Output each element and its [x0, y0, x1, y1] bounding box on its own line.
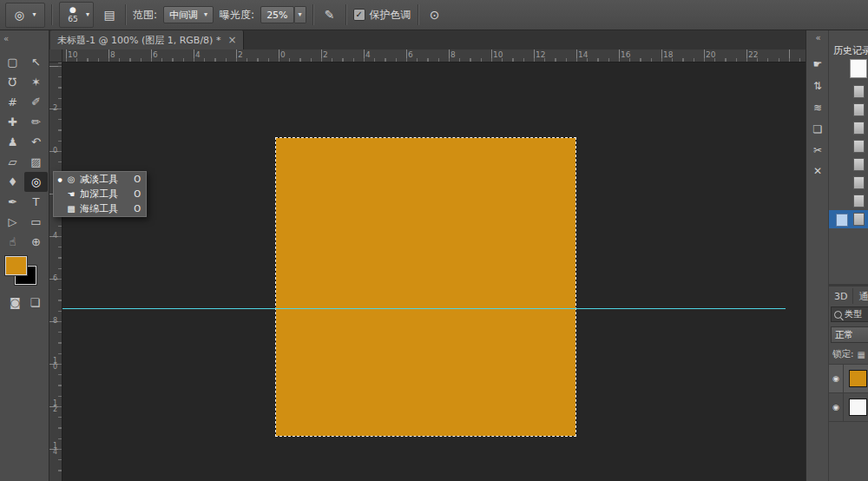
brush-panel-icon: ▤ — [103, 8, 115, 22]
protect-tones-checkbox[interactable]: ✓ 保护色调 — [353, 8, 411, 23]
ruler-number: 14 — [578, 51, 588, 59]
pen-tool[interactable]: ✒ — [1, 192, 24, 212]
brush-preset-picker[interactable]: ● 65 ▾ — [59, 2, 94, 28]
divider — [125, 4, 127, 25]
menu-item-shortcut: O — [134, 175, 142, 184]
blur-icon: ♦ — [8, 175, 18, 188]
history-state-row[interactable] — [829, 82, 868, 101]
ruler-number: 8 — [450, 51, 456, 59]
lock-transparency-icon[interactable]: ▦ — [858, 350, 865, 359]
lasso-tool[interactable]: ℧ — [1, 72, 24, 92]
gradient-icon: ▨ — [30, 155, 41, 168]
chevron-down-icon: ▾ — [86, 11, 89, 18]
brush-tool[interactable]: ✏ — [24, 112, 48, 132]
zoom-tool[interactable]: ⊕ — [24, 232, 48, 252]
healing-brush-icon: ✚ — [8, 115, 17, 128]
panel-divider — [829, 284, 868, 287]
canvas-area: 10 8 6 4 2 0 2 4 6 8 10 12 14 16 18 20 2… — [49, 49, 806, 481]
eyedropper-tool[interactable]: ✐ — [24, 92, 48, 112]
history-state-row[interactable] — [829, 137, 868, 155]
selected-orange-region[interactable] — [276, 138, 575, 436]
crop-tool[interactable]: # — [1, 92, 24, 112]
eraser-tool[interactable]: ▱ — [1, 152, 24, 172]
close-tab-icon[interactable]: × — [227, 34, 236, 46]
blur-tool[interactable]: ♦ — [1, 172, 24, 192]
rectangular-marquee-icon: ▢ — [7, 56, 17, 69]
layer-row-background[interactable]: ◉ — [829, 393, 868, 422]
ruler-number: 4 — [365, 51, 371, 59]
history-state-row[interactable] — [829, 101, 868, 119]
ruler-number: 18 — [663, 51, 673, 59]
horizontal-ruler[interactable]: 10 8 6 4 2 0 2 4 6 8 10 12 14 16 18 20 2… — [62, 49, 806, 63]
brush-tip-icon: ● — [69, 6, 76, 14]
hand-panel-icon[interactable]: ☛ — [806, 55, 829, 74]
history-state-icon — [853, 213, 865, 226]
path-selection-tool[interactable]: ▷ — [1, 212, 24, 232]
history-snapshot-thumbnail[interactable] — [850, 59, 867, 78]
pressure-toggle-button[interactable]: ⊙ — [425, 5, 444, 24]
quick-mask-button[interactable]: ◙ — [10, 296, 21, 309]
tab-3d[interactable]: 3D — [829, 288, 853, 304]
ruler-number: 20 — [706, 51, 715, 59]
tab-channels[interactable]: 通道 — [853, 288, 868, 304]
ruler-number: 6 — [153, 51, 158, 59]
document-viewport[interactable] — [62, 63, 806, 481]
ruler-number: 10 — [52, 358, 58, 370]
ruler-corner[interactable] — [49, 49, 62, 63]
history-state-row-selected[interactable] — [829, 210, 868, 228]
ruler-number: 12 — [536, 51, 545, 59]
background-thumbnail[interactable] — [849, 399, 867, 416]
ruler-number: 0 — [52, 148, 58, 154]
collapse-tools-button[interactable]: « — [3, 34, 8, 43]
toggle-brush-panel-button[interactable]: ▤ — [100, 5, 119, 24]
rectangular-marquee-tool[interactable]: ▢ — [1, 52, 24, 72]
type-tool[interactable]: T — [24, 192, 48, 212]
visibility-toggle[interactable]: ◉ — [829, 365, 844, 392]
visibility-toggle[interactable]: ◉ — [829, 393, 844, 421]
magic-wand-tool[interactable]: ✶ — [24, 72, 48, 92]
layer1-thumbnail[interactable] — [849, 370, 867, 387]
range-select[interactable]: 中间调 ▾ — [163, 6, 214, 23]
history-brush-icon: ↶ — [31, 135, 41, 148]
dodge-tool[interactable]: ◎ — [24, 172, 48, 192]
lock-options-row: 锁定: ▦ — [832, 347, 868, 361]
screen-mode-button[interactable]: ❏ — [30, 296, 40, 309]
arrows-panel-icon[interactable]: ⇅ — [806, 76, 829, 96]
healing-brush-tool[interactable]: ✚ — [1, 112, 24, 132]
layer-filter-select[interactable]: 类型 — [831, 306, 868, 322]
panel-tabs: 3D 通道 — [829, 288, 868, 304]
layer-row-layer1[interactable]: ◉ — [829, 365, 868, 393]
exposure-dropdown-button[interactable]: ▾ — [294, 6, 306, 23]
history-state-row[interactable] — [829, 174, 868, 192]
gradient-tool[interactable]: ▨ — [24, 152, 48, 172]
tool-preset-picker[interactable]: ◎ ▾ — [5, 3, 45, 28]
selected-bullet-icon: ● — [57, 176, 62, 182]
history-state-row[interactable] — [829, 192, 868, 210]
history-brush-tool[interactable]: ↶ — [24, 132, 48, 152]
close-panel-icon[interactable]: ✕ — [806, 161, 829, 181]
history-state-icon — [853, 176, 865, 189]
menu-item-sponge-tool[interactable]: ▩ 海绵工具 O — [54, 201, 146, 216]
history-state-row[interactable] — [829, 155, 868, 174]
document-tab[interactable]: 未标题-1 @ 100% (图层 1, RGB/8) * × — [50, 30, 244, 49]
layers-panel-icon[interactable]: ❏ — [806, 120, 829, 139]
airbrush-toggle-button[interactable]: ✎ — [320, 5, 339, 24]
history-state-row[interactable] — [829, 119, 868, 137]
foreground-color-swatch[interactable] — [5, 256, 27, 275]
clone-stamp-tool[interactable]: ♟ — [1, 132, 24, 152]
exposure-input[interactable]: 25% — [260, 6, 293, 23]
horizontal-guide[interactable] — [62, 308, 786, 309]
move-tool[interactable]: ↖ — [24, 52, 48, 72]
collapse-dock-button[interactable]: « — [806, 33, 829, 43]
shape-tool[interactable]: ▭ — [24, 212, 48, 232]
vertical-ruler[interactable]: 2 0 2 4 6 8 10 12 14 — [49, 63, 62, 481]
type-icon: T — [33, 195, 40, 208]
hand-tool[interactable]: ☝ — [1, 232, 24, 252]
menu-item-label: 加深工具 — [80, 188, 130, 201]
blend-mode-select[interactable]: 正常 — [831, 326, 868, 343]
scissors-panel-icon[interactable]: ✂ — [806, 141, 829, 160]
options-bar: ◎ ▾ ● 65 ▾ ▤ 范围: 中间调 ▾ 曝光度: 25% ▾ ✎ — [0, 0, 868, 30]
menu-item-burn-tool[interactable]: ☚ 加深工具 O — [54, 187, 146, 201]
menu-item-dodge-tool[interactable]: ● ◎ 减淡工具 O — [54, 172, 146, 187]
waves-panel-icon[interactable]: ≋ — [806, 98, 829, 117]
